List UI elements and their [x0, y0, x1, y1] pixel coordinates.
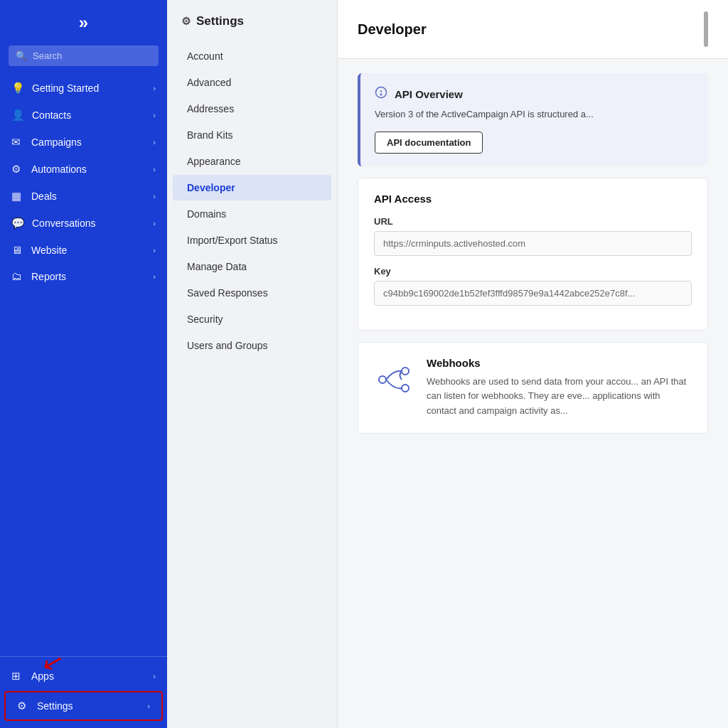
sidebar-item-conversations[interactable]: 💬 Conversations › [0, 210, 167, 237]
sidebar-item-website[interactable]: 🖥 Website › [0, 237, 167, 263]
sidebar-item-reports[interactable]: 🗂 Reports › [0, 263, 167, 289]
settings-menu-item-domains[interactable]: Domains [173, 201, 331, 227]
settings-menu-item-saved-responses[interactable]: Saved Responses [173, 280, 331, 306]
sidebar-item-label: Automations [31, 164, 146, 175]
sidebar-item-label: Apps [31, 670, 146, 682]
url-value: https://crminputs.activehosted.com [374, 231, 692, 256]
chevron-right-icon: › [147, 702, 150, 710]
sidebar-item-campaigns[interactable]: ✉ Campaigns › [0, 129, 167, 156]
sidebar-item-label: Conversations [32, 218, 146, 229]
webhooks-title: Webhooks [427, 357, 692, 369]
nav-bottom-section: ⊞ Apps › ⚙ Settings › [0, 656, 167, 728]
main-header: Developer [338, 0, 728, 59]
api-overview-card: API Overview Version 3 of the ActiveCamp… [358, 73, 708, 166]
settings-menu-item-account[interactable]: Account [173, 43, 331, 69]
apps-icon: ⊞ [11, 670, 24, 682]
settings-menu-item-appearance[interactable]: Appearance [173, 149, 331, 174]
settings-menu-item-brand-kits[interactable]: Brand Kits [173, 122, 331, 148]
chevron-right-icon: › [153, 246, 156, 255]
sidebar-item-settings[interactable]: ⚙ Settings › [4, 691, 163, 721]
deals-icon: ▦ [11, 190, 24, 203]
nav-logo: » [0, 0, 167, 46]
key-label: Key [374, 266, 692, 277]
search-icon: 🔍 [16, 50, 27, 61]
logo-icon: » [79, 13, 88, 33]
settings-menu-item-import-export[interactable]: Import/Export Status [173, 228, 331, 253]
settings-menu-item-manage-data[interactable]: Manage Data [173, 254, 331, 279]
webhook-icon-wrap [374, 360, 414, 402]
webhooks-description: Webhooks are used to send data from your… [427, 375, 692, 419]
search-input[interactable] [33, 50, 151, 61]
settings-sidebar: ⚙ Settings Account Advanced Addresses Br… [167, 0, 338, 728]
settings-menu-item-developer[interactable]: Developer [173, 175, 331, 200]
settings-title-label: Settings [196, 14, 244, 28]
chevron-right-icon: › [153, 672, 156, 680]
chevron-right-icon: › [153, 219, 156, 228]
sidebar-item-label: Getting Started [32, 82, 146, 94]
settings-menu-item-security[interactable]: Security [173, 306, 331, 332]
nav-search-bar[interactable]: 🔍 [9, 46, 159, 66]
getting-started-icon: 💡 [11, 82, 25, 95]
gear-icon: ⚙ [181, 15, 191, 28]
main-content-area: Developer API Overview Version 3 of the … [338, 0, 728, 728]
chevron-right-icon: › [153, 138, 156, 146]
url-label: URL [374, 216, 692, 227]
api-documentation-button[interactable]: API documentation [375, 132, 483, 154]
sidebar-item-label: Website [31, 245, 146, 256]
sidebar-item-label: Reports [31, 271, 146, 282]
settings-sidebar-title: ⚙ Settings [167, 14, 337, 43]
api-access-card-title: API Access [374, 193, 692, 205]
sidebar-item-automations[interactable]: ⚙ Automations › [0, 156, 167, 183]
sidebar-item-getting-started[interactable]: 💡 Getting Started › [0, 75, 167, 102]
nav-items-list: 💡 Getting Started › 👤 Contacts › ✉ Campa… [0, 75, 167, 656]
chevron-right-icon: › [153, 272, 156, 281]
sidebar-item-label: Contacts [32, 109, 146, 121]
settings-menu-item-addresses[interactable]: Addresses [173, 96, 331, 122]
webhooks-card: Webhooks Webhooks are used to send data … [358, 342, 708, 434]
campaigns-icon: ✉ [11, 136, 24, 149]
sidebar-item-contacts[interactable]: 👤 Contacts › [0, 102, 167, 129]
page-title: Developer [358, 21, 427, 38]
chevron-right-icon: › [153, 192, 156, 200]
svg-point-2 [380, 94, 382, 95]
sidebar-item-deals[interactable]: ▦ Deals › [0, 183, 167, 210]
settings-menu-item-advanced[interactable]: Advanced [173, 70, 331, 95]
key-value: c94bb9c169002de1b52fef3fffd98579e9a1442a… [374, 281, 692, 306]
left-navigation: » 🔍 💡 Getting Started › 👤 Contacts › ✉ C… [0, 0, 167, 728]
webhook-content: Webhooks Webhooks are used to send data … [427, 357, 692, 419]
conversations-icon: 💬 [11, 217, 25, 230]
sidebar-item-label: Deals [31, 191, 146, 202]
api-overview-description: Version 3 of the ActiveCampaign API is s… [375, 107, 694, 122]
main-body: API Overview Version 3 of the ActiveCamp… [338, 59, 728, 448]
reports-icon: 🗂 [11, 270, 24, 282]
website-icon: 🖥 [11, 244, 24, 256]
contacts-icon: 👤 [11, 109, 25, 122]
chevron-right-icon: › [153, 165, 156, 173]
chevron-right-icon: › [153, 111, 156, 119]
settings-menu-item-users-groups[interactable]: Users and Groups [173, 333, 331, 358]
sidebar-item-label: Settings [37, 700, 140, 712]
svg-point-5 [402, 385, 409, 392]
svg-point-4 [402, 368, 409, 375]
automations-icon: ⚙ [11, 163, 24, 176]
svg-point-3 [379, 376, 386, 383]
api-overview-icon [375, 86, 387, 102]
chevron-right-icon: › [153, 84, 156, 92]
api-overview-header: API Overview [375, 86, 694, 102]
api-access-card: API Access URL https://crminputs.activeh… [358, 178, 708, 331]
sidebar-item-apps[interactable]: ⊞ Apps › [0, 663, 167, 690]
sidebar-item-label: Campaigns [31, 136, 146, 148]
api-overview-title: API Overview [395, 88, 463, 100]
scrollbar-thumb[interactable] [704, 11, 708, 47]
settings-icon: ⚙ [17, 700, 30, 712]
